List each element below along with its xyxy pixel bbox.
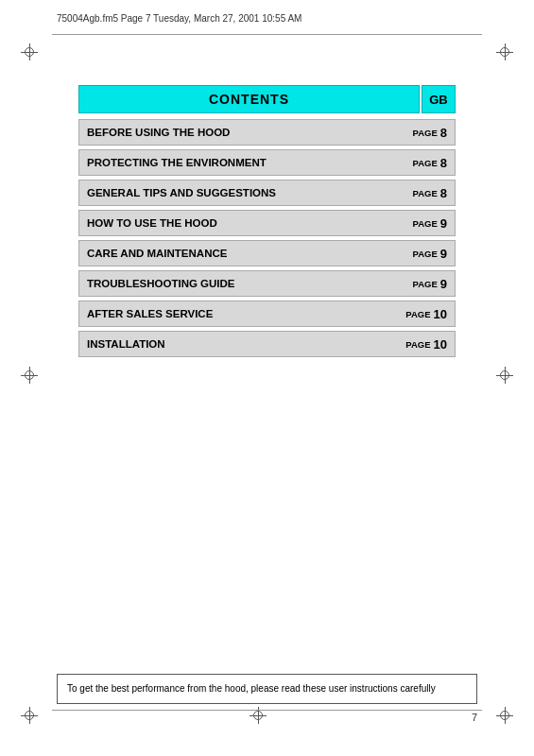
- toc-row-6-page-label: PAGE: [405, 309, 430, 319]
- toc-row-7-page-num: 10: [434, 337, 447, 352]
- page-number-text: 7: [472, 712, 477, 723]
- toc-row-3-page-label: PAGE: [413, 218, 438, 229]
- contents-title: CONTENTS: [209, 92, 289, 107]
- toc-row-6[interactable]: AFTER SALES SERVICE PAGE 10: [78, 301, 456, 327]
- footer-note: To get the best performance from the hoo…: [57, 674, 477, 704]
- toc-row-7[interactable]: INSTALLATION PAGE 10: [78, 331, 456, 357]
- toc-row-2-page-label: PAGE: [413, 188, 438, 198]
- contents-title-box: CONTENTS: [78, 85, 420, 113]
- gb-label: GB: [429, 93, 448, 107]
- page-container: 75004Agb.fm5 Page 7 Tuesday, March 27, 2…: [0, 0, 534, 756]
- toc-row-1-page-label: PAGE: [413, 158, 438, 168]
- toc-row-4-page-label: PAGE: [413, 249, 438, 259]
- toc-row-5-page-num: 9: [440, 277, 447, 291]
- crosshair-bottom-right: [496, 707, 513, 724]
- toc-row-1-page: PAGE 8: [413, 150, 455, 175]
- footer-divider: [52, 710, 482, 711]
- toc-row-1-title-text: PROTECTING THE ENVIRONMENT: [87, 157, 267, 168]
- crosshair-top-right: [496, 43, 513, 60]
- toc-row-1-page-num: 8: [440, 156, 447, 170]
- toc-row-5-title: TROUBLESHOOTING GUIDE: [79, 271, 413, 296]
- toc-row-2-page: PAGE 8: [413, 180, 455, 205]
- toc-row-6-title-text: AFTER SALES SERVICE: [87, 308, 213, 319]
- crosshair-mid-left: [21, 367, 38, 384]
- toc-row-0-page: PAGE 8: [413, 120, 455, 145]
- toc-row-3-title-text: HOW TO USE THE HOOD: [87, 217, 217, 229]
- toc-row-4-page: PAGE 9: [413, 241, 455, 266]
- footer-note-text: To get the best performance from the hoo…: [67, 683, 436, 694]
- toc-row-3-page-num: 9: [440, 216, 447, 231]
- toc-row-7-page-label: PAGE: [405, 339, 430, 350]
- toc-row-4-title-text: CARE AND MAINTENANCE: [87, 248, 227, 259]
- toc-row-2-page-num: 8: [440, 186, 447, 200]
- header-bar: 75004Agb.fm5 Page 7 Tuesday, March 27, 2…: [57, 13, 477, 24]
- toc-row-3-page: PAGE 9: [413, 211, 455, 235]
- header-divider: [52, 34, 482, 35]
- toc-row-0-page-label: PAGE: [413, 128, 438, 138]
- toc-row-0[interactable]: BEFORE USING THE HOOD PAGE 8: [78, 119, 456, 146]
- page-number: 7: [472, 712, 477, 723]
- toc-row-7-page: PAGE 10: [405, 332, 455, 356]
- toc-row-5-page-label: PAGE: [413, 279, 438, 289]
- toc-row-0-page-num: 8: [440, 126, 447, 140]
- crosshair-mid-right: [496, 367, 513, 384]
- toc-row-6-title: AFTER SALES SERVICE: [79, 301, 405, 326]
- toc-row-4[interactable]: CARE AND MAINTENANCE PAGE 9: [78, 240, 456, 266]
- toc-row-5-page: PAGE 9: [413, 271, 455, 296]
- toc-row-3[interactable]: HOW TO USE THE HOOD PAGE 9: [78, 210, 456, 236]
- toc-row-2[interactable]: GENERAL TIPS AND SUGGESTIONS PAGE 8: [78, 180, 456, 206]
- crosshair-bottom-left: [21, 707, 38, 724]
- toc-row-1[interactable]: PROTECTING THE ENVIRONMENT PAGE 8: [78, 149, 456, 176]
- toc-row-4-page-num: 9: [440, 247, 447, 261]
- main-content: CONTENTS GB BEFORE USING THE HOOD PAGE 8…: [78, 85, 456, 361]
- toc-row-4-title: CARE AND MAINTENANCE: [79, 241, 413, 266]
- toc-row-3-title: HOW TO USE THE HOOD: [79, 211, 413, 235]
- toc-row-5-title-text: TROUBLESHOOTING GUIDE: [87, 278, 235, 289]
- header-filename: 75004Agb.fm5 Page 7 Tuesday, March 27, 2…: [57, 13, 301, 24]
- toc-row-7-title: INSTALLATION: [79, 332, 405, 356]
- toc-row-0-title-text: BEFORE USING THE HOOD: [87, 127, 230, 138]
- crosshair-top-left: [21, 43, 38, 60]
- contents-header: CONTENTS GB: [78, 85, 456, 113]
- toc-row-5[interactable]: TROUBLESHOOTING GUIDE PAGE 9: [78, 270, 456, 297]
- gb-box: GB: [422, 85, 456, 113]
- toc-row-6-page: PAGE 10: [405, 301, 455, 326]
- toc-row-1-title: PROTECTING THE ENVIRONMENT: [79, 150, 413, 175]
- toc-row-7-title-text: INSTALLATION: [87, 338, 165, 350]
- toc-row-6-page-num: 10: [434, 307, 447, 321]
- toc-row-0-title: BEFORE USING THE HOOD: [79, 120, 413, 145]
- toc-row-2-title: GENERAL TIPS AND SUGGESTIONS: [79, 180, 413, 205]
- toc-row-2-title-text: GENERAL TIPS AND SUGGESTIONS: [87, 187, 276, 198]
